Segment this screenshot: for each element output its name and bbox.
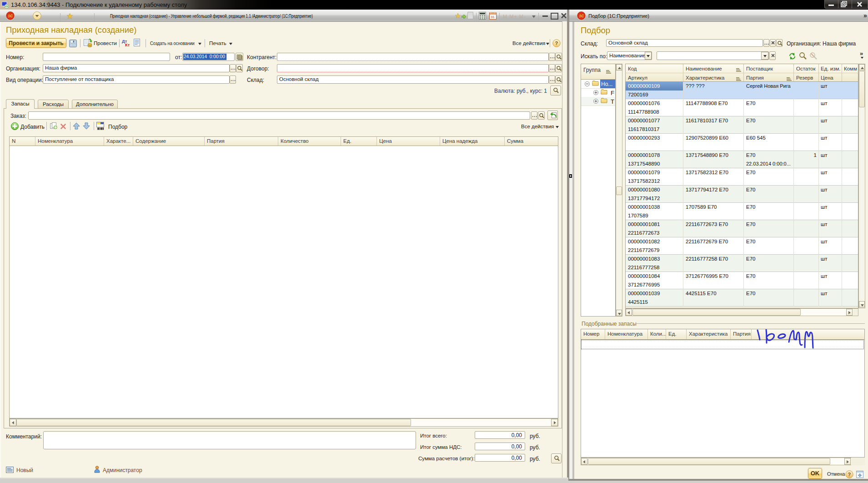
svg-text:1С: 1С [8,14,13,18]
svg-text:?: ? [848,472,851,477]
svg-text:?: ? [555,40,558,46]
svg-text:1С: 1С [579,14,584,18]
svg-text:31: 31 [491,15,495,19]
